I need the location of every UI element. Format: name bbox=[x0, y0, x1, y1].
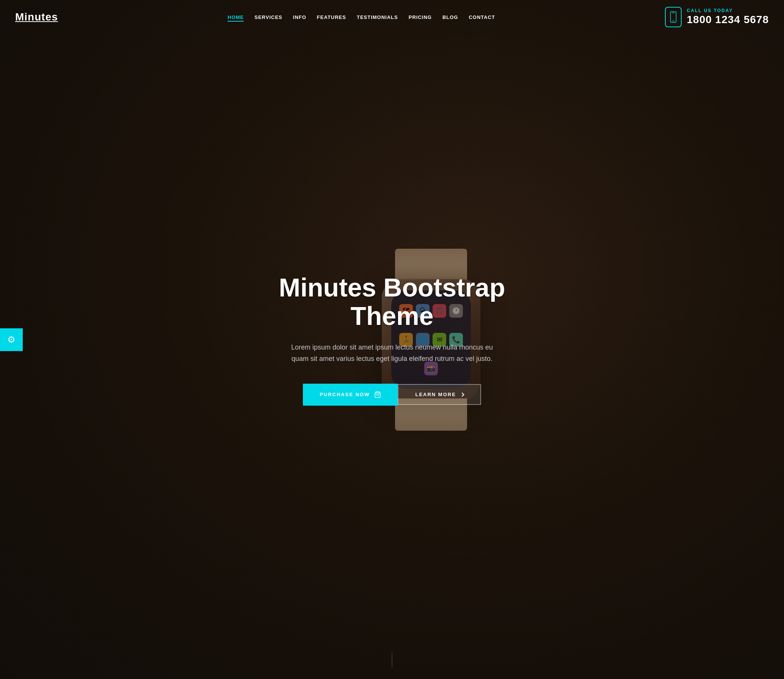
site-header: Minutes HOMESERVICESINFOFEATURESTESTIMON… bbox=[0, 0, 784, 34]
phone-number[interactable]: 1800 1234 5678 bbox=[687, 13, 769, 26]
nav-item-pricing[interactable]: PRICING bbox=[409, 14, 432, 20]
nav-item-info[interactable]: INFO bbox=[293, 14, 306, 20]
settings-button[interactable]: ⚙ bbox=[0, 328, 23, 351]
contact-text: CALL US TODAY 1800 1234 5678 bbox=[687, 8, 769, 26]
header-contact: CALL US TODAY 1800 1234 5678 bbox=[665, 7, 769, 27]
nav-item-services[interactable]: SERVICES bbox=[254, 14, 282, 20]
site-logo[interactable]: Minutes bbox=[15, 11, 58, 23]
hero-buttons: PURCHASE NOW LEARN MORE bbox=[256, 384, 528, 406]
call-us-label: CALL US TODAY bbox=[687, 8, 769, 13]
mobile-icon bbox=[669, 11, 677, 23]
nav-link-blog[interactable]: BLOG bbox=[442, 14, 458, 20]
learn-more-button[interactable]: LEARN MORE bbox=[398, 384, 481, 405]
nav-link-services[interactable]: SERVICES bbox=[254, 14, 282, 20]
nav-link-info[interactable]: INFO bbox=[293, 14, 306, 20]
scroll-indicator bbox=[392, 652, 392, 668]
hero-title: Minutes Bootstrap Theme bbox=[256, 273, 528, 330]
nav-link-features[interactable]: FEATURES bbox=[317, 14, 346, 20]
purchase-now-button[interactable]: PURCHASE NOW bbox=[303, 384, 398, 406]
nav-item-contact[interactable]: CONTACT bbox=[469, 14, 495, 20]
nav-link-testimonials[interactable]: TESTIMONIALS bbox=[357, 14, 398, 20]
scroll-line bbox=[392, 652, 392, 668]
main-nav: HOMESERVICESINFOFEATURESTESTIMONIALSPRIC… bbox=[227, 14, 495, 20]
nav-item-blog[interactable]: BLOG bbox=[442, 14, 458, 20]
nav-item-home[interactable]: HOME bbox=[227, 14, 244, 20]
purchase-now-label: PURCHASE NOW bbox=[320, 392, 370, 397]
nav-link-home[interactable]: HOME bbox=[227, 14, 244, 22]
hero-section: 🗺 🌤 🎵 🕐 🏃 🌐 ✉ 📞 📸 Minutes HOMESERVICESIN… bbox=[0, 0, 784, 679]
phone-icon-wrap bbox=[665, 7, 682, 27]
nav-link-pricing[interactable]: PRICING bbox=[409, 14, 432, 20]
hero-subtitle: Lorem ipsum dolor sit amet ipsum lectus … bbox=[286, 342, 498, 365]
nav-item-testimonials[interactable]: TESTIMONIALS bbox=[357, 14, 398, 20]
learn-more-label: LEARN MORE bbox=[415, 392, 456, 397]
nav-item-features[interactable]: FEATURES bbox=[317, 14, 346, 20]
chevron-right-icon bbox=[460, 392, 464, 397]
cart-icon bbox=[374, 391, 381, 398]
hero-content: Minutes Bootstrap Theme Lorem ipsum dolo… bbox=[248, 273, 536, 406]
nav-link-contact[interactable]: CONTACT bbox=[469, 14, 495, 20]
gear-icon: ⚙ bbox=[7, 334, 16, 345]
